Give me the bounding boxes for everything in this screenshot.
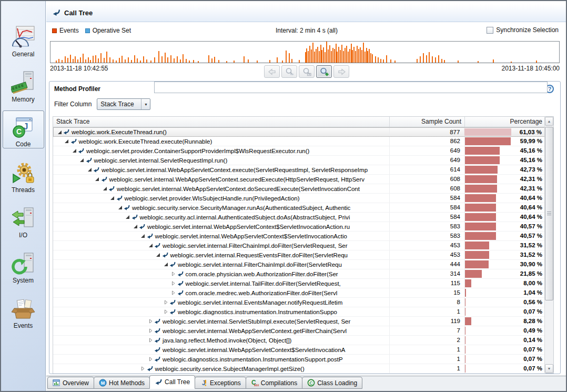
tree-row[interactable]: weblogic.servlet.internal.RequestEventsF…: [53, 250, 545, 260]
sidebar-item-general[interactable]: General: [3, 20, 44, 58]
tree-row[interactable]: weblogic.servlet.internal.TailFilter.doF…: [53, 279, 545, 288]
expand-toggle-icon[interactable]: [95, 177, 100, 182]
expand-toggle-icon[interactable]: [171, 281, 176, 286]
tree-row[interactable]: weblogic.security.acl.internal.Authentic…: [53, 213, 545, 222]
tree-row[interactable]: weblogic.work.ExecuteThread.execute(Runn…: [53, 137, 545, 146]
expand-toggle-icon[interactable]: [140, 366, 146, 371]
stack-trace-cell: weblogic.diagnostics.instrumentation.Ins…: [53, 307, 390, 316]
tree-row[interactable]: weblogic.servlet.internal.WebAppServletC…: [53, 222, 545, 232]
back-button[interactable]: [264, 65, 280, 78]
tree-row[interactable]: weblogic.work.ExecuteThread.run()87761,0…: [53, 127, 545, 137]
percentage-value: 0,14 %: [523, 336, 542, 345]
event-spike: [326, 42, 327, 63]
forward-button[interactable]: [333, 65, 349, 78]
sidebar-item-memory[interactable]: Memory: [3, 65, 44, 103]
tree-row[interactable]: weblogic.servlet.internal.WebAppServletC…: [53, 184, 545, 194]
expand-toggle-icon[interactable]: [140, 234, 146, 238]
event-spike: [67, 58, 68, 63]
event-spike: [345, 48, 346, 63]
event-spike: [299, 60, 300, 63]
scrollbar-thumb[interactable]: [545, 127, 553, 300]
sidebar-item-system[interactable]: System: [3, 246, 44, 284]
tab-exceptions[interactable]: JExceptions: [195, 377, 246, 389]
event-spike: [332, 48, 333, 63]
tree-row[interactable]: weblogic.servlet.internal.ServletRequest…: [53, 156, 545, 165]
expand-toggle-icon[interactable]: [87, 167, 92, 172]
expand-toggle-icon[interactable]: [102, 186, 107, 191]
event-spike: [158, 51, 159, 63]
event-spike: [154, 57, 155, 63]
expand-toggle-icon[interactable]: [79, 158, 85, 163]
tab-hot-methods[interactable]: MHot Methods: [94, 377, 150, 389]
zoom-out-button[interactable]: [281, 65, 297, 78]
expand-toggle-icon[interactable]: [125, 215, 130, 219]
tree-row[interactable]: weblogic.diagnostics.instrumentation.Ins…: [53, 307, 545, 317]
tree-row[interactable]: weblogic.servlet.internal.WebAppServletC…: [53, 345, 545, 355]
synchronize-selection-checkbox[interactable]: [487, 27, 493, 34]
event-spike: [83, 54, 84, 63]
event-spike: [174, 58, 175, 63]
expand-toggle-icon[interactable]: [163, 309, 168, 314]
svg-text:C: C: [309, 380, 313, 386]
expand-toggle-icon[interactable]: [156, 253, 161, 257]
filter-text-input[interactable]: [154, 82, 548, 93]
expand-toggle-icon[interactable]: [163, 300, 168, 305]
tree-row[interactable]: weblogic.servlet.internal.FilterChainImp…: [53, 241, 545, 250]
expand-toggle-icon[interactable]: [171, 272, 176, 276]
sidebar-item-i-o[interactable]: I/O: [3, 201, 44, 239]
tab-class-loading[interactable]: CClass Loading: [302, 377, 362, 389]
percentage-value: 40,64 %: [520, 194, 542, 203]
percentage-value: 40,57 %: [520, 222, 542, 231]
synchronize-selection[interactable]: Synchronize Selection: [487, 26, 559, 34]
tree-row[interactable]: weblogic.servlet.internal.WebAppServletC…: [53, 175, 545, 184]
event-spike: [150, 61, 151, 63]
expand-toggle-icon[interactable]: [148, 338, 153, 343]
expand-toggle-icon[interactable]: [133, 224, 138, 229]
tree-row[interactable]: weblogic.servlet.internal.WebAppServletC…: [53, 232, 545, 241]
tree-row[interactable]: weblogic.servlet.provider.WlsSubjectHand…: [53, 194, 545, 203]
percentage-cell: 40,57 %: [465, 222, 545, 231]
column-header-percentage[interactable]: Percentage: [465, 117, 545, 127]
tree-row[interactable]: java.lang.reflect.Method.invoke(Object, …: [53, 336, 545, 345]
sidebar-item-code[interactable]: JCCode: [3, 110, 44, 148]
sidebar-item-threads[interactable]: Threads: [3, 156, 44, 194]
stack-trace-cell: weblogic.servlet.internal.WebAppServletC…: [53, 175, 390, 184]
filter-column-dropdown[interactable]: Stack Trace ▼: [97, 98, 150, 110]
expand-toggle-icon[interactable]: [72, 148, 77, 153]
expand-toggle-icon[interactable]: [110, 196, 115, 200]
zoom-selection-button[interactable]: [299, 65, 315, 78]
timeline-chart[interactable]: [50, 41, 560, 63]
vertical-scrollbar[interactable]: ▲ ▼: [544, 117, 553, 373]
column-header-sample-count[interactable]: Sample Count: [390, 117, 465, 127]
expand-toggle-icon[interactable]: [148, 328, 153, 333]
tree-row[interactable]: weblogic.servlet.internal.EventsManager.…: [53, 298, 545, 307]
expand-toggle-icon[interactable]: [163, 262, 168, 267]
tree-row[interactable]: weblogic.servlet.internal.WebAppServletC…: [53, 326, 545, 336]
tree-row[interactable]: weblogic.security.service.SubjectManager…: [53, 364, 545, 374]
expand-toggle-icon[interactable]: [64, 139, 69, 144]
tree-row[interactable]: weblogic.servlet.provider.ContainerSuppo…: [53, 146, 545, 156]
expand-toggle-icon[interactable]: [57, 130, 62, 135]
expand-toggle-icon[interactable]: [117, 205, 123, 210]
tree-row[interactable]: com.oracle.physician.web.AuthorizationFi…: [53, 269, 545, 279]
tree-row[interactable]: weblogic.servlet.internal.ServletStubImp…: [53, 317, 545, 326]
expand-toggle-icon[interactable]: [148, 243, 153, 248]
tree-row[interactable]: weblogic.security.service.SecurityManage…: [53, 203, 545, 213]
zoom-in-button[interactable]: [316, 65, 332, 78]
tree-row[interactable]: weblogic.servlet.internal.WebAppServletC…: [53, 165, 545, 175]
expand-toggle-icon[interactable]: [171, 290, 176, 295]
tab-compilations[interactable]: C010Compilations: [246, 377, 302, 389]
expand-toggle-icon[interactable]: [148, 357, 153, 361]
tree-row[interactable]: com.oracle.medrec.web.AuthorizationFilte…: [53, 288, 545, 298]
scroll-up-icon[interactable]: ▲: [545, 117, 553, 126]
sidebar-item-events[interactable]: Events: [3, 292, 44, 329]
tree-row[interactable]: weblogic.diagnostics.instrumentation.Ins…: [53, 355, 545, 364]
sample-count: 584: [390, 194, 465, 203]
tab-overview[interactable]: Overview: [47, 377, 94, 389]
expand-toggle-icon[interactable]: [148, 319, 153, 324]
scroll-down-icon[interactable]: ▼: [545, 364, 553, 373]
event-spike: [386, 55, 387, 63]
tree-row[interactable]: weblogic.servlet.internal.FilterChainImp…: [53, 260, 545, 269]
tab-call-tree[interactable]: Call Tree: [149, 375, 195, 389]
column-header-stack-trace[interactable]: Stack Trace: [53, 117, 390, 127]
